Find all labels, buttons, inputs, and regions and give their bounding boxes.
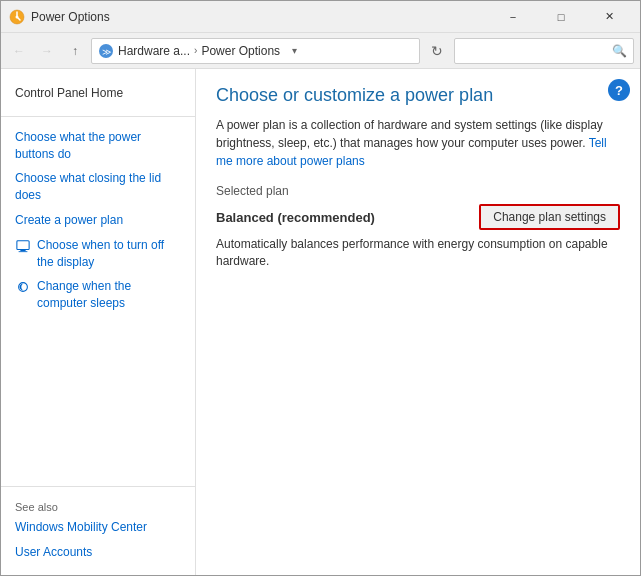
sidebar-item-label: User Accounts — [15, 544, 92, 561]
svg-rect-5 — [20, 249, 25, 251]
page-description: A power plan is a collection of hardware… — [216, 116, 620, 170]
sidebar-item-power-buttons[interactable]: Choose what the power buttons do — [1, 125, 195, 167]
address-dropdown-icon[interactable]: ▾ — [284, 41, 304, 61]
address-box[interactable]: ≫ Hardware a... › Power Options ▾ — [91, 38, 420, 64]
up-button[interactable]: ↑ — [63, 39, 87, 63]
content-area: ? Choose or customize a power plan A pow… — [196, 69, 640, 576]
sidebar-item-turn-off-display[interactable]: Choose when to turn off the display — [1, 233, 195, 275]
forward-button[interactable]: → — [35, 39, 59, 63]
search-icon: 🔍 — [612, 44, 627, 58]
sidebar-item-label: Choose when to turn off the display — [37, 237, 181, 271]
see-also-label: See also — [1, 495, 195, 515]
change-plan-button[interactable]: Change plan settings — [479, 204, 620, 230]
sidebar-spacer — [1, 316, 195, 478]
close-button[interactable]: ✕ — [586, 1, 632, 33]
main-container: Control Panel Home Choose what the power… — [1, 69, 640, 576]
addressbar: ← → ↑ ≫ Hardware a... › Power Options ▾ … — [1, 33, 640, 69]
sidebar-item-label: Windows Mobility Center — [15, 519, 147, 536]
sidebar-divider-2 — [1, 486, 195, 487]
sidebar-item-label: Choose what closing the lid does — [15, 170, 181, 204]
page-title: Choose or customize a power plan — [216, 85, 620, 106]
sidebar-user-accounts[interactable]: User Accounts — [1, 540, 195, 565]
plan-description: Automatically balances performance with … — [216, 236, 620, 270]
breadcrumb-parent: Hardware a... — [118, 44, 190, 58]
window-controls: − □ ✕ — [490, 1, 632, 33]
sidebar-item-create-plan[interactable]: Create a power plan — [1, 208, 195, 233]
svg-rect-4 — [17, 241, 29, 250]
svg-text:≫: ≫ — [102, 47, 111, 57]
titlebar: Power Options − □ ✕ — [1, 1, 640, 33]
sidebar-divider-1 — [1, 116, 195, 117]
search-input[interactable] — [461, 44, 612, 58]
refresh-button[interactable]: ↻ — [424, 38, 450, 64]
sleep-icon — [15, 279, 31, 295]
maximize-button[interactable]: □ — [538, 1, 584, 33]
breadcrumb-separator: › — [194, 45, 197, 56]
sidebar: Control Panel Home Choose what the power… — [1, 69, 196, 576]
plan-name: Balanced (recommended) — [216, 210, 375, 225]
app-icon — [9, 9, 25, 25]
minimize-button[interactable]: − — [490, 1, 536, 33]
svg-point-1 — [16, 15, 19, 18]
svg-rect-6 — [19, 251, 28, 252]
window-title: Power Options — [31, 10, 490, 24]
plan-row: Balanced (recommended) Change plan setti… — [216, 204, 620, 230]
breadcrumb-icon: ≫ — [98, 43, 114, 59]
sidebar-item-label: Choose what the power buttons do — [15, 129, 181, 163]
sidebar-control-panel-home[interactable]: Control Panel Home — [1, 81, 195, 108]
sidebar-item-closing-lid[interactable]: Choose what closing the lid does — [1, 166, 195, 208]
back-button[interactable]: ← — [7, 39, 31, 63]
search-box[interactable]: 🔍 — [454, 38, 634, 64]
monitor-icon — [15, 238, 31, 254]
sidebar-item-computer-sleeps[interactable]: Change when the computer sleeps — [1, 274, 195, 316]
description-text: A power plan is a collection of hardware… — [216, 118, 603, 150]
sidebar-windows-mobility[interactable]: Windows Mobility Center — [1, 515, 195, 540]
help-button[interactable]: ? — [608, 79, 630, 101]
selected-plan-label: Selected plan — [216, 184, 620, 198]
breadcrumb: Hardware a... › Power Options — [118, 44, 280, 58]
breadcrumb-current: Power Options — [201, 44, 280, 58]
sidebar-item-label: Change when the computer sleeps — [37, 278, 181, 312]
sidebar-item-label: Create a power plan — [15, 212, 123, 229]
